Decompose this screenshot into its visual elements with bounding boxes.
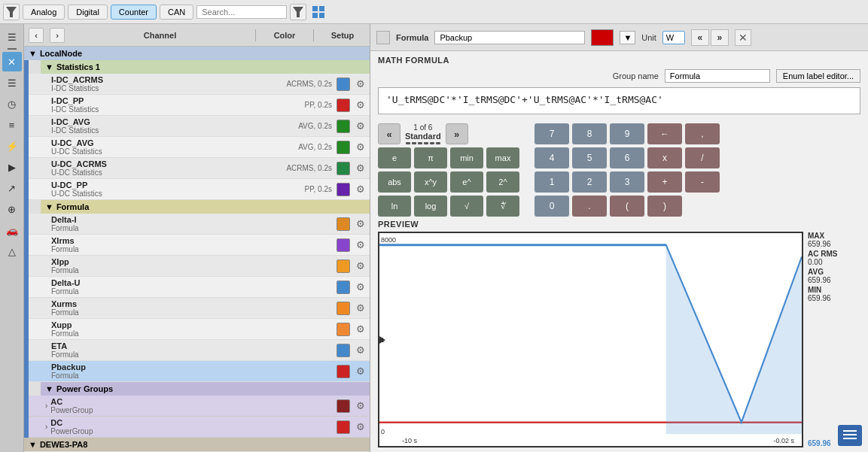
btn-xpowy[interactable]: x^y: [414, 171, 447, 193]
btn-3[interactable]: 3: [610, 171, 644, 193]
search-input[interactable]: [196, 5, 287, 19]
channel-row-xurms[interactable]: XurmsFormula ⚙: [29, 298, 370, 319]
gear-icon[interactable]: ⚙: [356, 239, 365, 250]
formula-expression[interactable]: 'U_tRMS@DC'*'I_tRMS@DC'+'U_tRMS@AC'*'I_t…: [378, 87, 860, 114]
btn-comma[interactable]: ,: [685, 123, 720, 144]
channel-row-idcavg[interactable]: I-DC_AVG I-DC Statistics AVG, 0.2s ⚙: [29, 116, 370, 137]
channel-row-udcpp[interactable]: U-DC_PP U-DC Statistics PP, 0.2s ⚙: [29, 179, 370, 200]
color-swatch[interactable]: [337, 420, 350, 434]
color-swatch[interactable]: [337, 323, 350, 336]
color-swatch[interactable]: [337, 259, 350, 273]
channel-row-xlpp[interactable]: XIppFormula ⚙: [29, 256, 370, 277]
counter-tab[interactable]: Counter: [111, 5, 157, 20]
color-swatch[interactable]: [337, 365, 350, 378]
btn-divide[interactable]: /: [685, 147, 720, 168]
color-swatch[interactable]: [337, 162, 350, 175]
btn-backspace[interactable]: ←: [647, 123, 682, 144]
formula-name-input[interactable]: [434, 31, 585, 44]
color-swatch[interactable]: [337, 141, 350, 154]
gear-icon[interactable]: ⚙: [356, 99, 365, 111]
channel-row-deltau[interactable]: Delta-UFormula ⚙: [29, 277, 370, 298]
gear-icon[interactable]: ⚙: [356, 78, 365, 89]
gear-icon[interactable]: ⚙: [356, 323, 365, 335]
sidebar-icon-lightning[interactable]: ⚡: [2, 136, 22, 156]
btn-log[interactable]: log: [414, 196, 447, 217]
btn-max[interactable]: max: [486, 147, 519, 168]
gear-icon[interactable]: ⚙: [356, 344, 365, 356]
btn-2pow[interactable]: 2^: [486, 171, 519, 193]
nav-next-next-btn[interactable]: »: [711, 29, 729, 46]
gear-icon[interactable]: ⚙: [356, 184, 365, 195]
gear-icon[interactable]: ⚙: [356, 260, 365, 272]
color-picker[interactable]: [591, 29, 614, 46]
channel-row-eta[interactable]: ETAFormula ⚙: [29, 340, 370, 361]
gear-icon[interactable]: ⚙: [356, 302, 365, 314]
btn-minus[interactable]: -: [685, 171, 720, 193]
btn-6[interactable]: 6: [610, 147, 644, 168]
channel-row-pbackup[interactable]: PbackupFormula ⚙: [29, 361, 370, 382]
power-row-ac[interactable]: › ACPowerGroup ⚙: [29, 396, 370, 417]
sidebar-icon-flag[interactable]: ▶: [2, 157, 22, 177]
btn-1[interactable]: 1: [535, 171, 569, 193]
gear-icon[interactable]: ⚙: [356, 162, 365, 174]
color-swatch[interactable]: [337, 281, 350, 294]
formula-checkbox[interactable]: [376, 31, 390, 44]
btn-e[interactable]: e: [378, 147, 411, 168]
search-filter-icon[interactable]: [290, 4, 306, 20]
group-name-input[interactable]: [665, 69, 770, 83]
enum-label-btn[interactable]: Enum label editor...: [776, 69, 860, 83]
channel-row-udcacrms[interactable]: U-DC_ACRMS U-DC Statistics ACRMS, 0.2s ⚙: [29, 158, 370, 179]
gear-icon[interactable]: ⚙: [356, 281, 365, 293]
btn-plus[interactable]: +: [647, 171, 682, 193]
calc-nav-right[interactable]: »: [446, 123, 468, 144]
gear-icon[interactable]: ⚙: [356, 218, 365, 229]
channel-row-xlrms[interactable]: XIrmsFormula ⚙: [29, 235, 370, 256]
btn-min[interactable]: min: [450, 147, 483, 168]
sidebar-icon-settings[interactable]: ☰: [2, 73, 22, 93]
sidebar-icon-1[interactable]: ☰: [2, 27, 22, 47]
sidebar-icon-close[interactable]: ✕: [2, 52, 22, 71]
btn-4thrt[interactable]: ∜: [486, 196, 519, 217]
sidebar-icon-triangle[interactable]: △: [2, 241, 22, 261]
grid-icon[interactable]: [309, 3, 327, 21]
sidebar-icon-clock[interactable]: ◷: [2, 94, 22, 114]
channel-row-xupp[interactable]: XuppFormula ⚙: [29, 319, 370, 340]
channel-row-deltai[interactable]: Delta-IFormula ⚙: [29, 214, 370, 235]
close-btn[interactable]: ✕: [735, 29, 751, 46]
sidebar-icon-network[interactable]: ⊕: [2, 199, 22, 219]
sidebar-icon-export[interactable]: ↗: [2, 178, 22, 198]
btn-ln[interactable]: ln: [378, 196, 411, 217]
color-swatch[interactable]: [337, 344, 350, 357]
color-swatch[interactable]: [337, 120, 350, 133]
group-formula[interactable]: ▼ Formula: [41, 200, 370, 214]
color-swatch[interactable]: [337, 183, 350, 196]
channel-row-idcpp[interactable]: I-DC_PP I-DC Statistics PP, 0.2s ⚙: [29, 95, 370, 116]
btn-4[interactable]: 4: [535, 147, 569, 168]
bottom-right-btn[interactable]: [838, 425, 862, 446]
btn-multiply[interactable]: x: [647, 147, 682, 168]
btn-0[interactable]: 0: [535, 196, 569, 217]
btn-epow[interactable]: e^: [450, 171, 483, 193]
btn-8[interactable]: 8: [572, 123, 607, 144]
btn-9[interactable]: 9: [610, 123, 644, 144]
group-dewe[interactable]: ▼ DEWE3-PA8: [24, 438, 370, 451]
can-tab[interactable]: CAN: [160, 5, 193, 20]
color-swatch[interactable]: [337, 302, 350, 315]
color-swatch[interactable]: [337, 77, 350, 91]
color-swatch[interactable]: [337, 238, 350, 252]
btn-2[interactable]: 2: [572, 171, 607, 193]
color-dropdown[interactable]: ▼: [620, 31, 635, 44]
btn-dot[interactable]: .: [572, 196, 607, 217]
btn-sqrt[interactable]: √: [450, 196, 483, 217]
color-swatch[interactable]: [337, 99, 350, 112]
nav-prev-prev-btn[interactable]: «: [691, 29, 709, 46]
color-swatch[interactable]: [337, 399, 350, 413]
gear-icon[interactable]: ⚙: [356, 400, 365, 411]
btn-rparen[interactable]: ): [647, 196, 682, 217]
sidebar-icon-list[interactable]: ≡: [2, 115, 22, 135]
unit-input[interactable]: [662, 31, 685, 44]
channel-row-idcacrms[interactable]: I-DC_ACRMS I-DC Statistics ACRMS, 0.2s ⚙: [29, 74, 370, 95]
btn-5[interactable]: 5: [572, 147, 607, 168]
analog-tab[interactable]: Analog: [23, 5, 65, 20]
btn-7[interactable]: 7: [535, 123, 569, 144]
